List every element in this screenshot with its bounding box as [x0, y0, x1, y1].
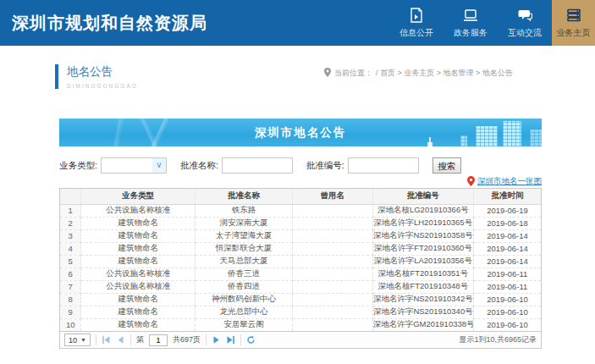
nav-label: 互动交流: [508, 27, 542, 39]
page-number-input[interactable]: [149, 334, 168, 346]
nav-label: 政务服务: [454, 27, 488, 39]
table-row[interactable]: 7公共设施名称核准侨香四道深地名核FT201910348号2019-06-11: [60, 280, 541, 293]
nav-label: 业务主页: [557, 27, 591, 39]
page-size-value: 10: [69, 336, 77, 345]
cell-type: 建筑物命名: [81, 229, 196, 242]
approved-name-label: 批准名称:: [180, 160, 218, 172]
cell-date: 2019-06-14: [473, 229, 541, 242]
cell-code: 深地名许字NS201910340号: [372, 306, 473, 318]
row-index: 9: [60, 306, 81, 318]
breadcrumb-path[interactable]: / 首页 > 业务主页 > 地名管理 > 地名公告: [376, 68, 513, 79]
table-row[interactable]: 5建筑物命名天马总部大厦深地名许字LA201910356号2019-06-14: [60, 255, 541, 267]
table-row[interactable]: 6公共设施名称核准侨香三道深地名核FT201910351号2019-06-11: [60, 267, 541, 280]
row-index: 5: [60, 255, 81, 267]
section-title-block: 地名公告 DIMINGGONGGAO: [55, 64, 138, 89]
cell-former: [292, 242, 372, 255]
cell-code: 深地名许字GM201910338号: [372, 318, 473, 331]
cell-code: 深地名核LG201910366号: [372, 204, 473, 217]
col-approval-date: 批准时间: [473, 189, 541, 204]
cell-type: 建筑物命名: [81, 318, 196, 331]
row-index: 4: [60, 242, 81, 255]
divider: [240, 334, 241, 345]
cell-type: 建筑物命名: [81, 293, 196, 306]
row-index: 6: [60, 267, 81, 280]
cell-code: 深地名核FT201910351号: [372, 267, 473, 280]
nav-item-interaction[interactable]: 互动交流: [498, 0, 552, 46]
table-row[interactable]: 1公共设施名称核准铁东路深地名核LG201910366号2019-06-19: [60, 204, 541, 217]
top-header: 深圳市规划和自然资源局 信息公开 政务服务 互动交流 业务主页: [0, 0, 595, 46]
row-index: 2: [60, 217, 81, 229]
page-title: 地名公告: [67, 64, 138, 80]
cell-former: [292, 293, 372, 306]
cell-name: 天马总部大厦: [196, 255, 293, 267]
location-pin-icon: [324, 68, 331, 79]
panel-banner: 深圳市地名公告: [59, 119, 542, 146]
nav-item-info-disclosure[interactable]: 信息公开: [389, 0, 443, 46]
cell-former: [292, 306, 372, 318]
cell-date: 2019-06-10: [473, 306, 541, 318]
cell-date: 2019-06-10: [473, 293, 541, 306]
divider: [206, 334, 207, 345]
table-row[interactable]: 2建筑物命名润安深南大厦深地名许字LH201910365号2019-06-18: [60, 217, 541, 229]
chat-icon: [516, 7, 533, 24]
approval-code-input[interactable]: [348, 157, 419, 174]
city-map-link[interactable]: 深圳市地名一张图: [477, 176, 542, 187]
table-row[interactable]: 4建筑物命名恒深影联合大厦深地名许字FT201910360号2019-06-14: [60, 242, 541, 255]
document-icon: [408, 7, 425, 24]
table-row[interactable]: 3建筑物命名太子湾望海大厦深地名许字NS201910358号2019-06-14: [60, 229, 541, 242]
cell-code: 深地名许字NS201910342号: [372, 293, 473, 306]
cell-code: 深地名许字FT201910360号: [372, 242, 473, 255]
search-button[interactable]: 搜索: [432, 157, 461, 174]
first-page-icon[interactable]: [102, 335, 111, 345]
banner-title: 深圳市地名公告: [59, 125, 542, 141]
cell-name: 太子湾望海大厦: [196, 229, 293, 242]
cell-name: 侨香四道: [196, 280, 293, 293]
cell-date: 2019-06-10: [473, 318, 541, 331]
cell-type: 公共设施名称核准: [81, 280, 196, 293]
divider: [96, 334, 96, 345]
cell-date: 2019-06-14: [473, 255, 541, 267]
page-size-select[interactable]: 10 ▼: [64, 334, 91, 346]
col-former-name: 曾用名: [292, 189, 372, 204]
approved-name-input[interactable]: [222, 157, 293, 174]
cell-name: 神州数码创新中心: [196, 293, 293, 306]
breadcrumb: 当前位置： / 首页 > 业务主页 > 地名管理 > 地名公告: [324, 68, 513, 79]
cell-date: 2019-06-14: [473, 242, 541, 255]
cell-former: [292, 229, 372, 242]
business-type-select[interactable]: ∨: [101, 157, 167, 174]
refresh-icon[interactable]: [246, 335, 256, 345]
top-nav: 信息公开 政务服务 互动交流 业务主页: [389, 0, 595, 46]
cell-type: 公共设施名称核准: [81, 204, 196, 217]
map-link-row: 深圳市地名一张图: [59, 176, 542, 187]
nav-item-gov-services[interactable]: 政务服务: [443, 0, 498, 46]
table-header-row: 业务类型 批准名称 曾用名 批准编号 批准时间: [60, 189, 541, 204]
table-row[interactable]: 9建筑物命名龙光总部中心深地名许字NS201910340号2019-06-10: [60, 306, 541, 318]
cell-code: 深地名许字NS201910358号: [372, 229, 473, 242]
cell-former: [292, 217, 372, 229]
page-total-label: 共697页: [173, 334, 201, 345]
site-title: 深圳市规划和自然资源局: [0, 12, 207, 35]
next-page-icon[interactable]: [212, 335, 221, 345]
cell-name: 龙光总部中心: [196, 306, 293, 318]
map-pin-icon: [467, 174, 475, 190]
table-row[interactable]: 10建筑物命名安居翠云阁深地名许字GM201910338号2019-06-10: [60, 318, 541, 331]
nav-item-business-home[interactable]: 业务主页: [552, 0, 595, 46]
cell-former: [292, 318, 372, 331]
announcement-panel: 深圳市地名公告 业务类型: ∨ 批准名称: 批准编号: 搜索 深圳市地名一张图 …: [59, 119, 542, 349]
col-approved-name: 批准名称: [196, 189, 293, 204]
cell-type: 建筑物命名: [81, 217, 196, 229]
records-summary: 显示1到10,共6965记录: [459, 334, 537, 345]
cell-former: [292, 267, 372, 280]
cell-name: 润安深南大厦: [196, 217, 293, 229]
cell-code: 深地名许字LH201910365号: [372, 217, 473, 229]
prev-page-icon[interactable]: [116, 335, 125, 345]
row-index: 10: [60, 318, 81, 331]
approval-code-label: 批准编号:: [306, 160, 344, 172]
nav-label: 信息公开: [399, 27, 433, 39]
table-row[interactable]: 8建筑物命名神州数码创新中心深地名许字NS201910342号2019-06-1…: [60, 293, 541, 306]
row-index: 3: [60, 229, 81, 242]
cell-name: 铁东路: [196, 204, 293, 217]
cell-name: 侨香三道: [196, 267, 293, 280]
last-page-icon[interactable]: [226, 335, 235, 345]
row-index: 1: [60, 204, 81, 217]
